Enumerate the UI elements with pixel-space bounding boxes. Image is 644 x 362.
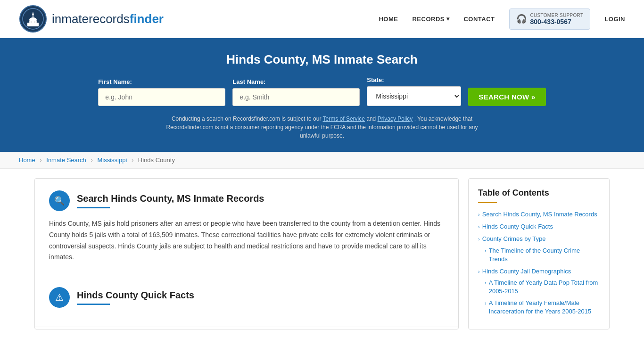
site-header: inmaterecordsfinder HOME RECORDS ▾ CONTA… xyxy=(0,0,644,38)
quick-facts-icon: ⚠ xyxy=(49,287,70,308)
breadcrumb-home[interactable]: Home xyxy=(19,156,35,164)
logo-text: inmaterecordsfinder xyxy=(52,12,164,26)
inmate-records-title: Search Hinds County, MS Inmate Records xyxy=(77,193,264,204)
toc-item-1: › Search Hinds County, MS Inmate Records xyxy=(478,210,600,219)
toc-link-1[interactable]: › Search Hinds County, MS Inmate Records xyxy=(478,210,600,219)
logo-icon xyxy=(19,5,47,33)
svg-rect-7 xyxy=(29,21,30,23)
state-label: State: xyxy=(367,76,384,83)
svg-rect-8 xyxy=(31,21,32,23)
logo-area: inmaterecordsfinder xyxy=(19,5,164,33)
toc-sub-item-1: › The Timeline of the County Crime Trend… xyxy=(485,247,600,263)
search-form: First Name: Last Name: State: Mississipp… xyxy=(19,76,625,106)
table-of-contents-sidebar: Table of Contents › Search Hinds County,… xyxy=(468,178,610,329)
breadcrumb: Home › Inmate Search › Mississippi › Hin… xyxy=(0,152,644,169)
search-icon: 🔍 xyxy=(54,196,65,206)
chevron-icon-sub-2: › xyxy=(485,280,487,287)
inmate-records-body: Hinds County, MS jails hold prisoners af… xyxy=(49,218,444,263)
support-number: 800-433-0567 xyxy=(530,18,584,25)
toc-sub-item-2: › A Timeline of Yearly Data Pop Total fr… xyxy=(485,279,600,296)
breadcrumb-sep-2: › xyxy=(91,156,92,164)
main-nav: HOME RECORDS ▾ CONTACT 🎧 CUSTOMER SUPPOR… xyxy=(379,8,625,30)
inmate-records-header: 🔍 Search Hinds County, MS Inmate Records xyxy=(49,190,444,211)
svg-rect-2 xyxy=(27,23,39,26)
state-group: State: Mississippi Alabama Alaska Arizon… xyxy=(367,76,461,106)
quick-facts-header: ⚠ Hinds County Quick Facts xyxy=(49,287,444,308)
toc-sub-link-2[interactable]: › A Timeline of Yearly Data Pop Total fr… xyxy=(485,279,600,296)
nav-login[interactable]: LOGIN xyxy=(604,16,625,23)
nav-records[interactable]: RECORDS ▾ xyxy=(412,16,449,23)
first-name-label: First Name: xyxy=(98,78,132,85)
hero-title: Hinds County, MS Inmate Search xyxy=(19,52,625,67)
toc-link-3[interactable]: › County Crimes by Type xyxy=(478,235,600,243)
title-underline xyxy=(77,207,110,208)
toc-item-2: › Hinds County Quick Facts xyxy=(478,222,600,231)
privacy-link[interactable]: Privacy Policy xyxy=(378,115,413,122)
chevron-down-icon: ▾ xyxy=(446,16,450,22)
toc-item-4: › Hinds County Jail Demographics › A Tim… xyxy=(478,267,600,316)
search-button[interactable]: SEARCH NOW » xyxy=(468,88,545,106)
first-name-input[interactable] xyxy=(98,88,225,106)
quick-facts-underline xyxy=(77,304,110,305)
tos-link[interactable]: Terms of Service xyxy=(323,115,365,122)
main-container: 🔍 Search Hinds County, MS Inmate Records… xyxy=(16,169,628,339)
inmate-records-section: 🔍 Search Hinds County, MS Inmate Records… xyxy=(35,179,458,275)
toc-sub-item-3: › A Timeline of Yearly Female/Male Incar… xyxy=(485,299,600,316)
svg-rect-10 xyxy=(36,21,37,23)
breadcrumb-current: Hinds County xyxy=(138,156,175,164)
toc-underline xyxy=(478,202,497,203)
warning-icon: ⚠ xyxy=(55,292,64,303)
chevron-icon-4: › xyxy=(478,268,480,275)
search-section-icon: 🔍 xyxy=(49,190,70,211)
breadcrumb-mississippi[interactable]: Mississippi xyxy=(97,156,127,164)
headphone-icon: 🎧 xyxy=(516,14,527,24)
nav-contact[interactable]: CONTACT xyxy=(463,16,495,23)
chevron-icon-2: › xyxy=(478,223,480,230)
breadcrumb-inmate-search[interactable]: Inmate Search xyxy=(46,156,86,164)
last-name-group: Last Name: xyxy=(232,78,360,106)
customer-support-box[interactable]: 🎧 CUSTOMER SUPPORT 800-433-0567 xyxy=(509,8,591,30)
last-name-label: Last Name: xyxy=(232,78,265,85)
state-select[interactable]: Mississippi Alabama Alaska Arizona Arkan… xyxy=(367,86,461,106)
breadcrumb-sep-3: › xyxy=(132,156,133,164)
last-name-input[interactable] xyxy=(232,88,360,106)
toc-sub-link-1[interactable]: › The Timeline of the County Crime Trend… xyxy=(485,247,600,263)
breadcrumb-sep-1: › xyxy=(40,156,41,164)
nav-home[interactable]: HOME xyxy=(379,16,398,23)
toc-title: Table of Contents xyxy=(478,188,600,198)
disclaimer-text: Conducting a search on Recordsfinder.com… xyxy=(157,115,487,140)
quick-facts-title: Hinds County Quick Facts xyxy=(77,290,194,301)
toc-sub-link-3[interactable]: › A Timeline of Yearly Female/Male Incar… xyxy=(485,299,600,316)
support-label: CUSTOMER SUPPORT xyxy=(530,13,584,18)
toc-item-3: › County Crimes by Type › The Timeline o… xyxy=(478,235,600,263)
chevron-icon-sub-3: › xyxy=(485,300,487,307)
toc-link-2[interactable]: › Hinds County Quick Facts xyxy=(478,222,600,231)
toc-list: › Search Hinds County, MS Inmate Records… xyxy=(478,210,600,316)
quick-facts-section: ⚠ Hinds County Quick Facts xyxy=(35,275,458,327)
first-name-group: First Name: xyxy=(98,78,225,106)
chevron-icon-3: › xyxy=(478,236,480,243)
svg-rect-9 xyxy=(34,21,35,23)
content-main: 🔍 Search Hinds County, MS Inmate Records… xyxy=(34,178,459,329)
toc-link-4[interactable]: › Hinds County Jail Demographics xyxy=(478,267,600,276)
chevron-icon-sub-1: › xyxy=(485,247,487,255)
search-hero: Hinds County, MS Inmate Search First Nam… xyxy=(0,38,644,152)
chevron-icon-1: › xyxy=(478,211,480,218)
